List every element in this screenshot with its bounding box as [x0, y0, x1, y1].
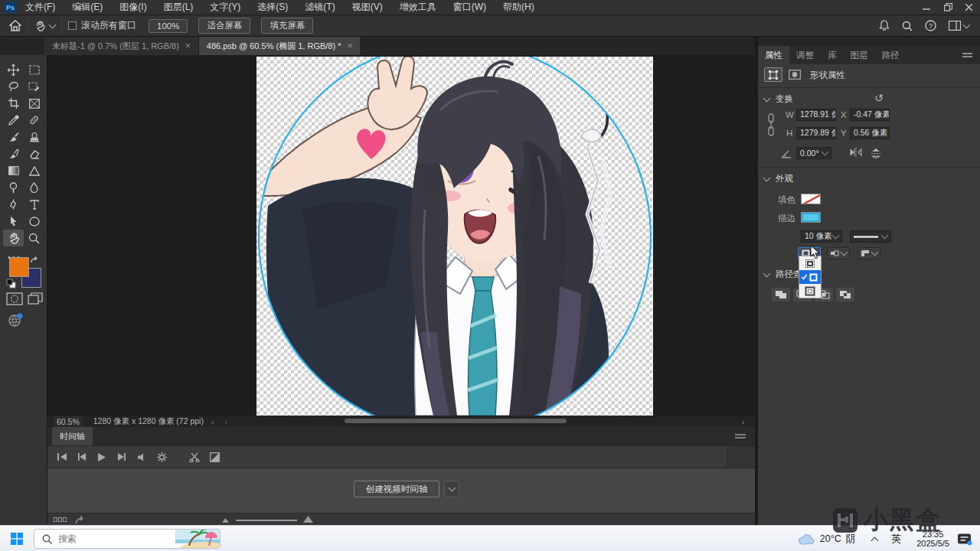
fill-screen-button[interactable]: 填充屏幕 [261, 18, 313, 34]
zoom-tool[interactable] [24, 230, 44, 246]
hand-tool[interactable] [3, 230, 24, 246]
gradient-tool[interactable] [3, 162, 24, 179]
move-tool[interactable] [3, 61, 24, 78]
object-selection-tool[interactable] [24, 78, 44, 95]
frame-view-icon[interactable] [54, 517, 67, 522]
play-icon[interactable] [92, 448, 112, 465]
scroll-all-windows-checkbox[interactable] [68, 21, 77, 30]
transform-section-header[interactable]: 变换 [764, 93, 793, 105]
stroke-align-outside-option[interactable] [799, 284, 821, 298]
type-tool[interactable] [24, 196, 44, 213]
previous-frame-icon[interactable] [72, 448, 92, 465]
reset-transform-icon[interactable]: ↺ [874, 92, 884, 104]
weather-cloud-icon[interactable] [797, 533, 815, 546]
document-tab-untitled[interactable]: 未标题-1 @ 0.7% (图层 1, RGB/8) × [44, 37, 199, 55]
transition-icon[interactable] [204, 448, 224, 465]
stroke-caps-dropdown[interactable] [827, 247, 850, 259]
x-field[interactable]: -0.47 像素 [850, 109, 890, 121]
fit-screen-button[interactable]: 适合屏幕 [198, 18, 250, 34]
zoom-100-button[interactable]: 100% [149, 19, 188, 33]
menu-edit[interactable]: 编辑(E) [72, 1, 103, 14]
clone-stamp-tool[interactable] [24, 129, 44, 145]
notification-center-icon[interactable] [957, 533, 972, 546]
menu-help[interactable]: 帮助(H) [503, 1, 534, 14]
eyedropper-tool[interactable] [3, 112, 24, 129]
brush-tool[interactable] [3, 129, 24, 145]
eraser-tool[interactable] [24, 145, 44, 162]
canvas-pasteboard[interactable]: 60.5% 1280 像素 x 1280 像素 (72 ppi) › ‹ › [47, 55, 755, 427]
taskbar-search-box[interactable] [34, 529, 220, 549]
help-icon[interactable]: ? [925, 20, 936, 31]
marquee-tool[interactable] [24, 61, 44, 78]
tab-paths[interactable]: 路径 [875, 46, 906, 64]
menu-file[interactable]: 文件(F) [25, 1, 55, 14]
create-timeline-dropdown-icon[interactable] [444, 481, 459, 497]
appearance-section-header[interactable]: 外观 [764, 173, 793, 184]
stroke-style-dropdown[interactable] [850, 230, 891, 243]
workspace-switcher-icon[interactable] [949, 21, 969, 31]
foreground-color-swatch[interactable] [9, 257, 29, 277]
timeline-zoom-in-icon[interactable] [303, 516, 313, 523]
notifications-bell-icon[interactable] [879, 20, 890, 31]
menu-image[interactable]: 图像(I) [119, 1, 146, 14]
menu-plugins[interactable]: 增效工具 [400, 1, 436, 14]
first-frame-icon[interactable] [52, 448, 72, 465]
default-colors-icon[interactable] [6, 279, 16, 289]
crop-tool[interactable] [3, 95, 24, 112]
horizontal-scrollbar-thumb[interactable] [345, 419, 567, 423]
height-field[interactable]: 1279.89 像 [796, 127, 836, 139]
tab-properties[interactable]: 属性 [758, 46, 789, 64]
menu-select[interactable]: 选择(S) [257, 1, 288, 14]
close-icon[interactable] [959, 0, 980, 15]
pen-tool[interactable] [3, 196, 24, 213]
link-dimensions-icon[interactable] [767, 113, 775, 136]
tab-libraries[interactable]: 库 [821, 46, 844, 64]
menu-window[interactable]: 窗口(W) [453, 1, 486, 14]
path-selection-tool[interactable] [3, 213, 24, 230]
search-input[interactable] [57, 533, 175, 545]
search-icon[interactable] [902, 21, 913, 31]
lasso-tool[interactable] [3, 78, 24, 95]
split-clip-scissors-icon[interactable] [185, 448, 204, 465]
document-tab-486psb[interactable]: 486.psb @ 60.5% (椭圆 1, RGB/8) * × [199, 37, 361, 55]
stroke-color-swatch[interactable] [801, 212, 821, 223]
timeline-settings-gear-icon[interactable] [152, 448, 172, 465]
weather-temp[interactable]: 20°C [820, 533, 841, 544]
stroke-width-field[interactable]: 10 像素 [801, 230, 842, 243]
home-icon[interactable] [9, 20, 21, 31]
ellipse-shape-tool[interactable] [24, 213, 44, 230]
search-highlight-beach-image[interactable] [175, 529, 220, 549]
close-tab-icon[interactable]: × [185, 41, 191, 51]
start-button-icon[interactable] [11, 533, 23, 545]
y-field[interactable]: 0.56 像素 [850, 127, 890, 139]
menu-view[interactable]: 视图(V) [352, 1, 383, 14]
tray-expand-chevron-icon[interactable] [871, 536, 879, 544]
angle-field[interactable]: 0.00° [796, 147, 831, 159]
pathfinder-combine-icon[interactable] [772, 288, 790, 302]
zoom-level-field[interactable]: 60.5% [54, 416, 83, 427]
menu-filter[interactable]: 滤镜(T) [305, 1, 335, 14]
menu-type[interactable]: 文字(Y) [210, 1, 240, 14]
next-frame-icon[interactable] [112, 448, 132, 465]
hand-tool-preset-icon[interactable] [34, 20, 55, 31]
history-brush-tool[interactable] [3, 145, 24, 162]
healing-brush-tool[interactable] [24, 112, 44, 129]
status-options-chevron-icon[interactable]: › [211, 417, 214, 426]
scroll-right-arrow-icon[interactable]: › [742, 417, 745, 426]
shape-triangle-tool[interactable] [24, 162, 44, 179]
audio-mute-icon[interactable] [132, 448, 152, 465]
tab-adjustments[interactable]: 调整 [789, 46, 821, 64]
flip-vertical-icon[interactable] [870, 147, 882, 158]
timeline-tab[interactable]: 时间轴 [52, 427, 93, 445]
canvas-document[interactable] [256, 57, 653, 416]
stroke-align-center-option[interactable] [799, 270, 821, 284]
timeline-zoom-out-icon[interactable] [222, 518, 229, 523]
restore-icon[interactable] [937, 0, 959, 15]
flip-horizontal-icon[interactable] [850, 147, 862, 158]
shape-properties-toggle-icon[interactable] [764, 67, 782, 82]
export-share-arrow-icon[interactable] [75, 515, 87, 524]
fill-color-swatch-none[interactable] [801, 194, 821, 204]
taskbar-clock[interactable]: 23:35 2025/5/5 [916, 530, 949, 548]
minimize-icon[interactable] [916, 0, 937, 15]
weather-condition[interactable]: 阴 [846, 533, 856, 546]
